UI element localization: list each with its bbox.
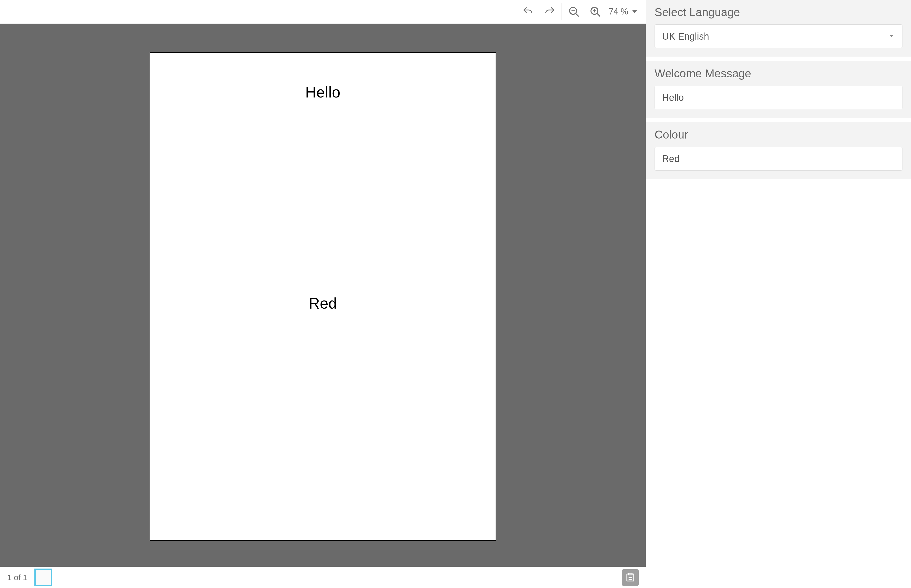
document-viewport[interactable]: Hello Red	[0, 24, 646, 567]
sidebar: Select Language UK English Welcome Messa…	[646, 0, 911, 588]
clipboard-icon	[625, 572, 636, 583]
welcome-message-input[interactable]	[654, 86, 903, 109]
document-page: Hello Red	[150, 52, 496, 541]
panel-welcome: Welcome Message	[646, 61, 911, 118]
zoom-out-button[interactable]	[566, 4, 582, 19]
page-text-red: Red	[150, 295, 496, 312]
svg-line-4	[597, 13, 600, 16]
svg-line-1	[576, 13, 578, 16]
page-indicator: 1 of 1	[7, 573, 27, 582]
main-area: 74 % Hello Red 1 of 1	[0, 0, 646, 588]
chevron-down-icon	[631, 8, 639, 16]
undo-icon	[522, 5, 535, 18]
chevron-down-icon	[888, 31, 895, 42]
panel-title-welcome: Welcome Message	[654, 67, 903, 80]
language-select[interactable]: UK English	[654, 24, 903, 48]
zoom-value: 74	[609, 6, 618, 16]
zoom-in-icon	[589, 5, 602, 18]
statusbar: 1 of 1	[0, 567, 646, 588]
panel-colour: Colour	[646, 123, 911, 179]
page-text-hello: Hello	[150, 84, 496, 101]
zoom-group: 74 %	[566, 4, 639, 19]
history-group	[520, 4, 557, 19]
page-thumbnail[interactable]	[34, 569, 52, 586]
panel-title-colour: Colour	[654, 128, 903, 141]
toolbar: 74 %	[0, 0, 646, 24]
panel-title-language: Select Language	[654, 6, 903, 19]
language-select-value: UK English	[662, 31, 709, 42]
zoom-level-dropdown[interactable]: 74 %	[609, 6, 639, 16]
redo-button[interactable]	[542, 4, 557, 19]
zoom-out-icon	[567, 5, 580, 18]
colour-input[interactable]	[654, 147, 903, 171]
panel-language: Select Language UK English	[646, 0, 911, 57]
clipboard-button[interactable]	[622, 569, 639, 586]
zoom-in-button[interactable]	[587, 4, 603, 19]
zoom-unit: %	[620, 6, 628, 16]
undo-button[interactable]	[520, 4, 536, 19]
redo-icon	[543, 5, 556, 18]
